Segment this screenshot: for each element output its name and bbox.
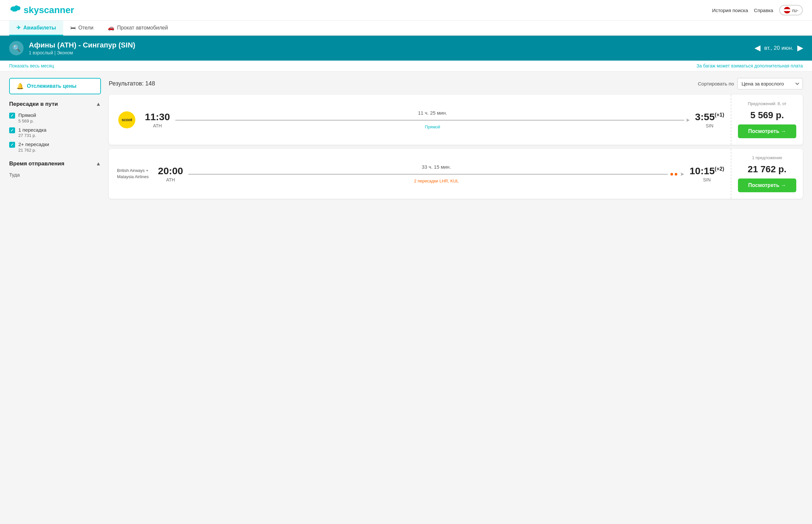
price-2: 21 762 р. bbox=[748, 164, 786, 175]
arrive-code-1: SIN bbox=[695, 123, 724, 128]
arrive-time-2: 10:15(+2) bbox=[689, 165, 724, 177]
route-line-2: ➤ bbox=[188, 171, 685, 177]
arrive-block-1: 3:55(+1) SIN bbox=[695, 111, 724, 128]
depart-time-2: 20:00 bbox=[158, 165, 183, 177]
stops-filter: Пересадки в пути ▲ ✓ Прямой 5 569 р. ✓ 1… bbox=[9, 101, 101, 153]
header: skyscanner История поиска Справка ru- bbox=[0, 0, 812, 21]
departure-filter-title: Время отправления bbox=[9, 161, 64, 167]
header-right: История поиска Справка ru- bbox=[712, 5, 803, 15]
sort-select[interactable]: Цена за взрослого bbox=[737, 78, 803, 89]
flight-middle-1: 11 ч. 25 мин. ➤ Прямой bbox=[175, 110, 690, 129]
baggage-notice: За багаж может взиматься дополнительная … bbox=[696, 63, 803, 68]
check-icon: ✓ bbox=[11, 143, 14, 147]
duration-2: 33 ч. 15 мин. bbox=[188, 164, 685, 170]
sidebar: 🔔 Отслеживать цены Пересадки в пути ▲ ✓ … bbox=[9, 78, 101, 203]
logo-area: skyscanner bbox=[9, 4, 74, 16]
check-icon: ✓ bbox=[11, 128, 14, 133]
duration-1: 11 ч. 25 мин. bbox=[175, 110, 690, 116]
show-month-link[interactable]: Показать весь месяц bbox=[9, 63, 54, 68]
passengers-label: 1 взрослый bbox=[29, 50, 53, 55]
view-button-1[interactable]: Посмотреть → bbox=[738, 125, 796, 138]
search-route[interactable]: Афины (ATH) - Сингапур (SIN) bbox=[29, 41, 136, 49]
price-panel-2: 1 предложение 21 762 р. Посмотреть → bbox=[731, 149, 803, 199]
route-line-1: ➤ bbox=[175, 117, 690, 123]
flights-icon: ✈ bbox=[16, 24, 21, 31]
2plusstops-checkbox[interactable]: ✓ bbox=[9, 142, 15, 148]
date-label: вт., 20 июн. bbox=[764, 45, 793, 51]
filter-2plusstops[interactable]: ✓ 2+ пересадки 21 762 р. bbox=[9, 141, 101, 153]
bell-icon: 🔔 bbox=[16, 83, 23, 90]
depart-block-1: 11:30 ATH bbox=[145, 111, 170, 128]
arrow-icon-1: ➤ bbox=[685, 117, 690, 123]
prev-date-button[interactable]: ◀ bbox=[755, 44, 760, 52]
tab-hotels-label: Отели bbox=[78, 25, 93, 31]
cars-icon: 🚗 bbox=[108, 24, 114, 31]
airline-logo-2: British Airways + Malaysia Airlines bbox=[115, 166, 152, 182]
2plusstops-label: 2+ пересадки 21 762 р. bbox=[18, 141, 49, 153]
search-icon: 🔍 bbox=[13, 44, 21, 52]
1stop-checkbox[interactable]: ✓ bbox=[9, 127, 15, 133]
search-main: 🔍 Афины (ATH) - Сингапур (SIN) 1 взрослы… bbox=[9, 41, 136, 55]
offers-label-2: 1 предложение bbox=[752, 155, 782, 160]
scoot-text: scoot bbox=[122, 117, 132, 122]
results-area: Результатов: 148 Сортировать по Цена за … bbox=[109, 78, 803, 203]
lang-label: ru- bbox=[792, 7, 798, 13]
price-panel-1: Предложений: 8, от 5 569 р. Посмотреть → bbox=[731, 95, 803, 145]
direct-label: Прямой 5 569 р. bbox=[18, 112, 36, 124]
stop-dots-2 bbox=[670, 173, 677, 176]
depart-code-2: ATH bbox=[158, 177, 183, 182]
help-link[interactable]: Справка bbox=[754, 7, 773, 13]
scoot-logo: scoot bbox=[118, 111, 136, 128]
hotels-icon: 🛏 bbox=[70, 25, 76, 31]
search-text: Афины (ATH) - Сингапур (SIN) 1 взрослый … bbox=[29, 41, 136, 55]
departure-filter: Время отправления ▲ Туда bbox=[9, 161, 101, 178]
results-header: Результатов: 148 Сортировать по Цена за … bbox=[109, 78, 803, 89]
tab-flights-label: Авиабилеты bbox=[23, 25, 56, 31]
stop-dot-2 bbox=[675, 173, 677, 176]
search-history-link[interactable]: История поиска bbox=[712, 7, 748, 13]
skyscanner-icon bbox=[9, 4, 21, 16]
flight-main-2: British Airways + Malaysia Airlines 20:0… bbox=[109, 149, 731, 199]
depart-time-1: 11:30 bbox=[145, 111, 170, 122]
tab-flights[interactable]: ✈ Авиабилеты bbox=[9, 21, 63, 36]
search-details: 1 взрослый | Эконом bbox=[29, 50, 136, 55]
flight-main-1: scoot 11:30 ATH 11 ч. 25 мин. ➤ Пря bbox=[109, 95, 731, 145]
language-button[interactable]: ru- bbox=[779, 5, 803, 15]
arrive-code-2: SIN bbox=[689, 177, 724, 182]
arrive-time-1: 3:55(+1) bbox=[695, 111, 724, 122]
filter-direct[interactable]: ✓ Прямой 5 569 р. bbox=[9, 112, 101, 124]
departure-filter-header[interactable]: Время отправления ▲ bbox=[9, 161, 101, 167]
date-nav: ◀ вт., 20 июн. ▶ bbox=[755, 44, 803, 52]
search-button[interactable]: 🔍 bbox=[9, 41, 23, 55]
line-left-1 bbox=[175, 120, 684, 120]
filter-1stop[interactable]: ✓ 1 пересадка 27 731 р. bbox=[9, 127, 101, 138]
flight-card-2: British Airways + Malaysia Airlines 20:0… bbox=[109, 149, 803, 199]
track-prices-button[interactable]: 🔔 Отслеживать цены bbox=[9, 78, 101, 94]
search-bar: 🔍 Афины (ATH) - Сингапур (SIN) 1 взрослы… bbox=[0, 36, 812, 61]
arrive-block-2: 10:15(+2) SIN bbox=[689, 165, 724, 182]
arrow-icon-2: ➤ bbox=[680, 171, 684, 177]
stops-chevron-icon: ▲ bbox=[96, 101, 101, 107]
next-date-button[interactable]: ▶ bbox=[797, 44, 803, 52]
track-btn-label: Отслеживать цены bbox=[27, 83, 77, 89]
line-left-2 bbox=[188, 174, 668, 175]
tab-hotels[interactable]: 🛏 Отели bbox=[63, 21, 100, 36]
logo-text: skyscanner bbox=[23, 5, 74, 15]
flight-times-1: 11:30 ATH 11 ч. 25 мин. ➤ Прямой 3:55( bbox=[145, 110, 724, 129]
stop-dot-1 bbox=[670, 173, 673, 176]
tab-cars-label: Прокат автомобилей bbox=[117, 25, 168, 31]
depart-code-1: ATH bbox=[145, 123, 170, 128]
direct-checkbox[interactable]: ✓ bbox=[9, 113, 15, 118]
stops-label-1: Прямой bbox=[175, 125, 690, 129]
departure-direction-label: Туда bbox=[9, 171, 101, 178]
offers-label-1: Предложений: 8, от bbox=[748, 101, 786, 106]
view-button-2[interactable]: Посмотреть → bbox=[738, 179, 796, 192]
class-label: Эконом bbox=[57, 50, 73, 55]
sort-label: Сортировать по bbox=[698, 81, 734, 86]
tab-cars[interactable]: 🚗 Прокат автомобилей bbox=[100, 21, 175, 36]
check-icon: ✓ bbox=[11, 113, 14, 118]
stops-label-2: 2 пересадки LHR, KUL bbox=[188, 179, 685, 183]
flight-middle-2: 33 ч. 15 мин. ➤ 2 пересадки bbox=[188, 164, 685, 183]
stops-filter-header[interactable]: Пересадки в пути ▲ bbox=[9, 101, 101, 108]
info-bar: Показать весь месяц За багаж может взима… bbox=[0, 61, 812, 71]
